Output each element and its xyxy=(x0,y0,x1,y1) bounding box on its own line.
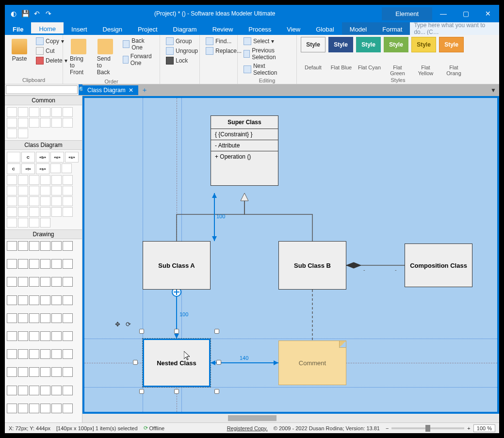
pal-draw-tool-37[interactable] xyxy=(18,349,28,359)
move-icon[interactable]: ✥ xyxy=(114,320,121,328)
pal-common-tool-10[interactable] xyxy=(51,118,62,128)
class-shape-18[interactable] xyxy=(51,196,62,206)
menu-format[interactable]: Format xyxy=(374,22,410,35)
class-shape-21[interactable] xyxy=(18,207,28,217)
pal-draw-tool-52[interactable] xyxy=(51,386,62,395)
menu-project[interactable]: Project xyxy=(130,22,165,35)
pal-draw-tool-27[interactable] xyxy=(40,313,50,323)
palette-header-common[interactable]: Common xyxy=(5,96,82,105)
class-shape-16[interactable] xyxy=(29,196,39,206)
class-shape-23[interactable] xyxy=(40,207,50,217)
class-tool-5[interactable]: C xyxy=(7,163,20,174)
pal-draw-tool-47[interactable] xyxy=(63,367,73,377)
pal-draw-tool-15[interactable] xyxy=(40,277,50,287)
pal-draw-tool-54[interactable] xyxy=(7,404,17,413)
pal-draw-tool-35[interactable] xyxy=(63,331,73,341)
class-shape-0[interactable] xyxy=(50,163,61,173)
pal-draw-tool-28[interactable] xyxy=(51,313,62,323)
class-tool-7[interactable]: «s» xyxy=(36,163,49,174)
pal-draw-tool-36[interactable] xyxy=(7,349,17,359)
zoom-slider[interactable] xyxy=(391,427,464,429)
pal-draw-tool-39[interactable] xyxy=(40,349,50,359)
bring-front-button[interactable]: Bring to Front xyxy=(67,37,90,78)
pal-draw-tool-57[interactable] xyxy=(40,404,50,413)
class-shape-20[interactable] xyxy=(7,207,17,217)
pal-draw-tool-17[interactable] xyxy=(63,277,73,287)
pal-common-tool-9[interactable] xyxy=(40,118,50,128)
class-shape-4[interactable] xyxy=(29,175,39,185)
pal-draw-tool-16[interactable] xyxy=(51,277,62,287)
menu-design[interactable]: Design xyxy=(95,22,130,35)
class-shape-5[interactable] xyxy=(40,175,50,185)
pal-draw-tool-33[interactable] xyxy=(40,331,50,341)
pal-draw-tool-2[interactable] xyxy=(29,241,39,251)
pal-draw-tool-26[interactable] xyxy=(29,313,39,323)
pal-draw-tool-49[interactable] xyxy=(18,386,28,395)
pal-draw-tool-56[interactable] xyxy=(29,404,39,413)
class-shape-11[interactable] xyxy=(40,186,50,195)
class-shape-13[interactable] xyxy=(63,186,73,195)
pal-common-tool-2[interactable] xyxy=(29,107,39,117)
menu-review[interactable]: Review xyxy=(205,22,241,35)
element-super-class[interactable]: Super Class { {Constraint} } - Attribute… xyxy=(211,115,278,186)
lock-button[interactable]: Lock xyxy=(164,56,200,65)
minimize-icon[interactable]: — xyxy=(432,5,455,22)
pal-draw-tool-6[interactable] xyxy=(7,259,17,269)
pal-draw-tool-25[interactable] xyxy=(18,313,28,323)
pal-draw-tool-9[interactable] xyxy=(40,259,50,269)
pal-common-tool-5[interactable] xyxy=(63,107,73,117)
class-shape-26[interactable] xyxy=(7,218,17,227)
class-shape-6[interactable] xyxy=(51,175,62,185)
pal-draw-tool-55[interactable] xyxy=(18,404,28,413)
palette-header-classdiagram[interactable]: Class Diagram xyxy=(5,140,82,150)
zoom-value[interactable]: 100 % xyxy=(473,424,495,432)
class-tool-1[interactable]: C xyxy=(21,152,35,162)
pal-draw-tool-3[interactable] xyxy=(40,241,50,251)
menu-diagram[interactable]: Diagram xyxy=(165,22,205,35)
style-tile-0[interactable]: Style xyxy=(301,37,325,52)
pal-common-tool-3[interactable] xyxy=(40,107,50,117)
class-shape-12[interactable] xyxy=(51,186,62,195)
element-comment[interactable]: Comment xyxy=(278,341,346,385)
pal-draw-tool-41[interactable] xyxy=(63,349,73,359)
menu-view[interactable]: View xyxy=(279,22,308,35)
element-composition-class[interactable]: Composition Class xyxy=(405,243,472,287)
pal-draw-tool-23[interactable] xyxy=(63,295,73,305)
paste-button[interactable]: Paste xyxy=(9,37,30,64)
class-shape-19[interactable] xyxy=(63,196,73,206)
pal-draw-tool-45[interactable] xyxy=(40,367,50,377)
menu-model[interactable]: Model xyxy=(342,22,374,35)
select-button[interactable]: Select ▾ xyxy=(242,37,293,46)
class-tool-2[interactable]: «b» xyxy=(36,152,49,162)
pal-draw-tool-20[interactable] xyxy=(29,295,39,305)
menu-file[interactable]: File xyxy=(5,22,31,35)
class-shape-29[interactable] xyxy=(40,218,50,227)
style-tile-2[interactable]: Style xyxy=(356,37,381,52)
toolbox-search-input[interactable] xyxy=(6,85,78,94)
zoom-out-button[interactable]: − xyxy=(386,425,389,431)
pal-draw-tool-19[interactable] xyxy=(18,295,28,305)
class-shape-9[interactable] xyxy=(18,186,28,195)
element-sub-class-b[interactable]: Sub Class B xyxy=(278,241,346,290)
element-sub-class-a[interactable]: Sub Class A xyxy=(143,241,211,290)
class-shape-28[interactable] xyxy=(29,218,39,227)
pal-draw-tool-5[interactable] xyxy=(63,241,73,251)
class-tool-3[interactable]: «e» xyxy=(50,152,64,162)
class-tool-6[interactable]: «t» xyxy=(21,163,35,174)
pal-common-tool-4[interactable] xyxy=(51,107,62,117)
class-shape-24[interactable] xyxy=(51,207,62,217)
horizontal-scrollbar[interactable] xyxy=(82,414,499,422)
pal-common-tool-7[interactable] xyxy=(18,118,28,128)
menu-process[interactable]: Process xyxy=(241,22,279,35)
new-tab-button[interactable]: ＋ xyxy=(138,84,151,96)
menu-home[interactable]: Home xyxy=(31,22,64,35)
class-shape-17[interactable] xyxy=(40,196,50,206)
class-shape-22[interactable] xyxy=(29,207,39,217)
pal-common-tool-1[interactable] xyxy=(18,107,28,117)
pal-draw-tool-8[interactable] xyxy=(29,259,39,269)
pal-draw-tool-13[interactable] xyxy=(18,277,28,287)
pal-draw-tool-42[interactable] xyxy=(7,367,17,377)
menu-global[interactable]: Global xyxy=(308,22,342,35)
status-registered[interactable]: Registered Copy. xyxy=(227,425,268,431)
pal-draw-tool-22[interactable] xyxy=(51,295,62,305)
